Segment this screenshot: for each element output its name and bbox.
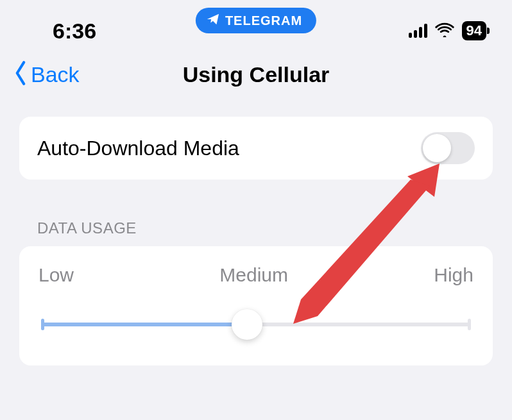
battery-badge: 94 xyxy=(462,21,486,40)
data-usage-header: DATA USAGE xyxy=(37,219,512,237)
slider-label-high: High xyxy=(434,264,474,286)
data-usage-slider[interactable] xyxy=(38,310,474,339)
page-title: Using Cellular xyxy=(183,62,330,87)
slider-tick-low xyxy=(41,319,44,330)
auto-download-card: Auto-Download Media xyxy=(19,117,493,180)
app-return-pill[interactable]: TELEGRAM xyxy=(196,8,316,33)
battery-percent: 94 xyxy=(466,22,482,38)
chevron-left-icon xyxy=(12,60,30,89)
status-right: 94 xyxy=(409,21,486,40)
wifi-icon xyxy=(435,22,454,40)
app-return-label: TELEGRAM xyxy=(225,13,302,28)
toggle-knob xyxy=(423,134,451,162)
paper-plane-icon xyxy=(206,12,220,29)
auto-download-label: Auto-Download Media xyxy=(37,137,239,160)
status-bar: 6:36 TELEGRAM 94 xyxy=(0,0,512,50)
slider-label-low: Low xyxy=(38,264,74,286)
slider-label-medium: Medium xyxy=(219,264,288,286)
status-time: 6:36 xyxy=(53,19,96,44)
data-usage-labels: Low Medium High xyxy=(38,264,474,286)
nav-bar: Back Using Cellular xyxy=(0,50,512,99)
slider-thumb[interactable] xyxy=(232,309,262,340)
cellular-signal-icon xyxy=(409,24,427,38)
data-usage-card: Low Medium High xyxy=(19,246,493,365)
slider-fill xyxy=(41,323,250,326)
back-label: Back xyxy=(31,62,80,87)
auto-download-toggle[interactable] xyxy=(421,132,475,164)
back-button[interactable]: Back xyxy=(12,60,80,89)
auto-download-row: Auto-Download Media xyxy=(19,117,493,180)
slider-tick-high xyxy=(468,319,471,330)
